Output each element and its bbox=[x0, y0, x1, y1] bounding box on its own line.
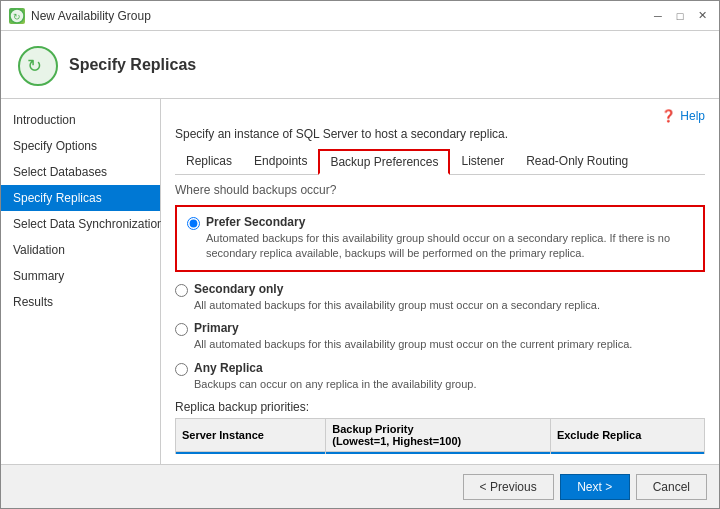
previous-button[interactable]: < Previous bbox=[463, 474, 554, 500]
priority-section-label: Replica backup priorities: bbox=[175, 400, 705, 414]
any-replica-label: Any Replica bbox=[194, 361, 477, 375]
sidebar-item-select-data-synchronization[interactable]: Select Data Synchronization bbox=[1, 211, 160, 237]
prefer-secondary-desc: Automated backups for this availability … bbox=[206, 231, 693, 262]
sidebar-item-validation[interactable]: Validation bbox=[1, 237, 160, 263]
next-button[interactable]: Next > bbox=[560, 474, 630, 500]
prefer-secondary-label: Prefer Secondary bbox=[206, 215, 693, 229]
any-replica-option: Any Replica Backups can occur on any rep… bbox=[175, 361, 705, 392]
primary-desc: All automated backups for this availabil… bbox=[194, 337, 632, 352]
title-bar-controls: ─ □ ✕ bbox=[649, 7, 711, 25]
col-backup-priority: Backup Priority(Lowest=1, Highest=100) bbox=[326, 418, 551, 451]
secondary-only-desc: All automated backups for this availabil… bbox=[194, 298, 600, 313]
priority-cell: ▲ ▼ bbox=[326, 451, 551, 454]
secondary-only-label: Secondary only bbox=[194, 282, 600, 296]
footer: < Previous Next > Cancel bbox=[1, 464, 719, 508]
page-header: ↻ Specify Replicas bbox=[1, 31, 719, 99]
help-label: Help bbox=[680, 109, 705, 123]
secondary-only-row: Secondary only All automated backups for… bbox=[175, 282, 705, 313]
sidebar-item-summary[interactable]: Summary bbox=[1, 263, 160, 289]
sidebar: IntroductionSpecify OptionsSelect Databa… bbox=[1, 99, 161, 464]
title-bar-left: ↻ New Availability Group bbox=[9, 8, 151, 24]
table-row[interactable]: LinuxSQL01 ▲ ▼ bbox=[176, 451, 705, 454]
tab-endpoints[interactable]: Endpoints bbox=[243, 149, 318, 175]
minimize-button[interactable]: ─ bbox=[649, 7, 667, 25]
scroll-content: Prefer Secondary Automated backups for t… bbox=[175, 205, 705, 454]
primary-radio[interactable] bbox=[175, 323, 188, 336]
any-replica-radio[interactable] bbox=[175, 363, 188, 376]
content-area: IntroductionSpecify OptionsSelect Databa… bbox=[1, 99, 719, 464]
priority-table: Server Instance Backup Priority(Lowest=1… bbox=[175, 418, 705, 454]
any-replica-row: Any Replica Backups can occur on any rep… bbox=[175, 361, 705, 392]
col-exclude-replica: Exclude Replica bbox=[550, 418, 704, 451]
secondary-only-radio[interactable] bbox=[175, 284, 188, 297]
sidebar-item-introduction[interactable]: Introduction bbox=[1, 107, 160, 133]
exclude-cell bbox=[550, 451, 704, 454]
secondary-only-option: Secondary only All automated backups for… bbox=[175, 282, 705, 313]
sidebar-item-specify-replicas[interactable]: Specify Replicas bbox=[1, 185, 160, 211]
window-title: New Availability Group bbox=[31, 9, 151, 23]
col-server-instance: Server Instance bbox=[176, 418, 326, 451]
header-text: Specify Replicas bbox=[69, 56, 196, 74]
sidebar-item-select-databases[interactable]: Select Databases bbox=[1, 159, 160, 185]
help-icon: ❓ bbox=[661, 109, 676, 123]
header-icon: ↻ bbox=[17, 45, 57, 85]
prefer-secondary-row: Prefer Secondary Automated backups for t… bbox=[187, 215, 693, 262]
tab-listener[interactable]: Listener bbox=[450, 149, 515, 175]
section-label: Where should backups occur? bbox=[175, 183, 705, 197]
maximize-button[interactable]: □ bbox=[671, 7, 689, 25]
help-button[interactable]: ❓ Help bbox=[661, 109, 705, 123]
sidebar-item-results[interactable]: Results bbox=[1, 289, 160, 315]
main-window: ↻ New Availability Group ─ □ ✕ ↻ Specify… bbox=[0, 0, 720, 509]
app-icon: ↻ bbox=[9, 8, 25, 24]
page-title: Specify Replicas bbox=[69, 56, 196, 74]
close-button[interactable]: ✕ bbox=[693, 7, 711, 25]
tab-bar: ReplicasEndpointsBackup PreferencesListe… bbox=[175, 149, 705, 175]
tab-replicas[interactable]: Replicas bbox=[175, 149, 243, 175]
server-instance-cell: LinuxSQL01 bbox=[176, 451, 326, 454]
primary-row: Primary All automated backups for this a… bbox=[175, 321, 705, 352]
main-panel: ❓ Help Specify an instance of SQL Server… bbox=[161, 99, 719, 464]
svg-text:↻: ↻ bbox=[27, 56, 42, 76]
instruction-text: Specify an instance of SQL Server to hos… bbox=[175, 127, 705, 141]
prefer-secondary-option: Prefer Secondary Automated backups for t… bbox=[175, 205, 705, 272]
primary-option: Primary All automated backups for this a… bbox=[175, 321, 705, 352]
primary-label: Primary bbox=[194, 321, 632, 335]
svg-text:↻: ↻ bbox=[13, 12, 21, 22]
tab-backup-preferences[interactable]: Backup Preferences bbox=[318, 149, 450, 175]
cancel-button[interactable]: Cancel bbox=[636, 474, 707, 500]
title-bar: ↻ New Availability Group ─ □ ✕ bbox=[1, 1, 719, 31]
prefer-secondary-radio[interactable] bbox=[187, 217, 200, 230]
sidebar-item-specify-options[interactable]: Specify Options bbox=[1, 133, 160, 159]
tab-read-only-routing[interactable]: Read-Only Routing bbox=[515, 149, 639, 175]
any-replica-desc: Backups can occur on any replica in the … bbox=[194, 377, 477, 392]
